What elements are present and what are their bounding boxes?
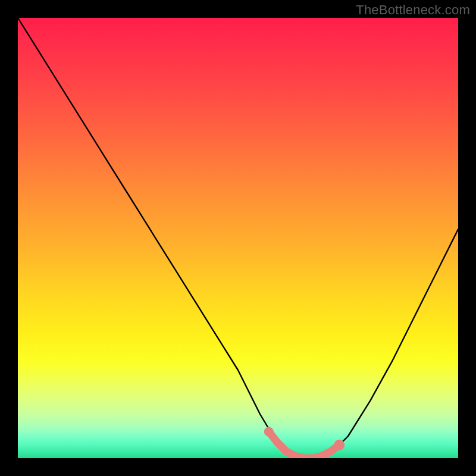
optimal-range-end-dot [334, 440, 345, 450]
bottleneck-curve [18, 18, 458, 458]
watermark-text: TheBottleneck.com [356, 2, 470, 18]
optimal-range-start-dot [264, 427, 274, 437]
plot-area [18, 18, 458, 458]
optimal-range-highlight [269, 432, 339, 458]
chart-frame: TheBottleneck.com [0, 0, 476, 476]
chart-overlay [18, 18, 458, 458]
